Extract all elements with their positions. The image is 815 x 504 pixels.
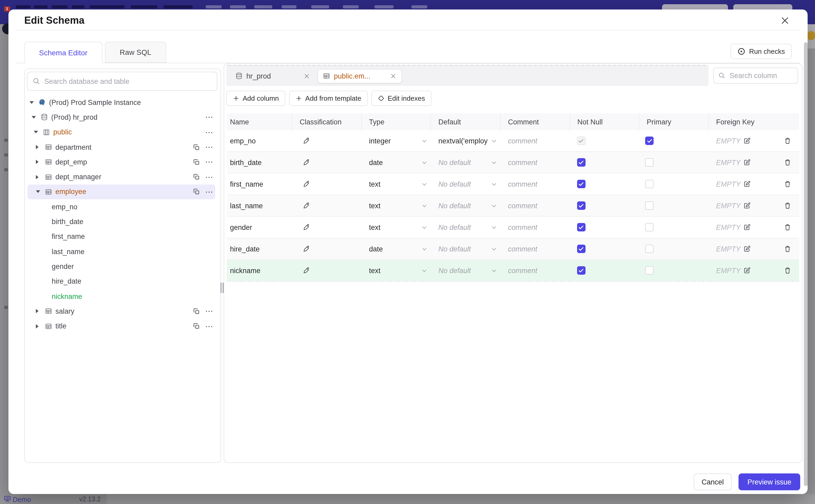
caret-down-icon[interactable] <box>36 191 40 193</box>
caret-slot[interactable] <box>36 175 45 179</box>
delete-column-icon[interactable] <box>776 245 799 253</box>
delete-column-icon[interactable] <box>776 267 799 274</box>
caret-right-icon[interactable] <box>36 309 38 313</box>
close-icon[interactable] <box>780 16 790 25</box>
tree-item-public[interactable]: public⋯ <box>25 125 220 140</box>
comment-input[interactable]: comment <box>501 180 570 188</box>
default-select[interactable]: No default <box>431 266 501 274</box>
not-null-checkbox[interactable] <box>577 180 585 188</box>
column-name[interactable]: hire_date <box>227 245 292 253</box>
more-options-icon[interactable]: ⋯ <box>205 323 214 329</box>
copy-icon[interactable] <box>193 188 200 195</box>
tree-item-dept_manager[interactable]: dept_manager⋯ <box>25 169 220 185</box>
caret-slot[interactable] <box>36 309 45 313</box>
tab-schema-editor[interactable]: Schema Editor <box>24 42 102 63</box>
not-null-checkbox[interactable] <box>577 158 585 167</box>
close-tab-icon[interactable] <box>303 72 310 79</box>
tree-item-gender[interactable]: gender <box>25 259 220 274</box>
column-name[interactable]: emp_no <box>227 137 292 145</box>
tree-item-title[interactable]: title⋯ <box>25 319 220 334</box>
search-column-input[interactable] <box>713 67 798 84</box>
run-checks-button[interactable]: Run checks <box>731 44 792 59</box>
search-database-input[interactable] <box>27 72 217 91</box>
more-options-icon[interactable]: ⋯ <box>205 174 214 180</box>
more-options-icon[interactable]: ⋯ <box>205 189 214 195</box>
editor-tab-public.em...[interactable]: public.em... <box>317 69 402 83</box>
tree-item-employee[interactable]: employee⋯ <box>25 185 220 200</box>
editor-tab-hr_prod[interactable]: hr_prod <box>230 69 315 83</box>
caret-slot[interactable] <box>36 160 45 164</box>
primary-checkbox[interactable] <box>645 201 654 210</box>
more-options-icon[interactable]: ⋯ <box>205 159 214 165</box>
tree-item-hire_date[interactable]: hire_date <box>25 274 220 289</box>
caret-slot[interactable] <box>36 145 45 149</box>
caret-down-icon[interactable] <box>30 101 34 104</box>
dialog-scrollbar[interactable] <box>804 42 807 486</box>
edit-foreign-key-icon[interactable] <box>743 245 751 253</box>
not-null-checkbox[interactable] <box>577 266 585 275</box>
tree-item-first_name[interactable]: first_name <box>25 229 220 244</box>
edit-foreign-key-icon[interactable] <box>743 267 751 274</box>
tree-item-birth_date[interactable]: birth_date <box>25 214 220 229</box>
comment-input[interactable]: comment <box>501 158 570 166</box>
tree-item--prod-prod-sample-instance[interactable]: (Prod) Prod Sample Instance <box>25 95 220 110</box>
classification-cell[interactable] <box>292 159 361 166</box>
type-select[interactable]: date <box>361 158 431 166</box>
close-tab-icon[interactable] <box>390 72 397 79</box>
column-name[interactable]: birth_date <box>227 158 292 166</box>
not-null-checkbox[interactable] <box>577 201 585 210</box>
column-name[interactable]: last_name <box>227 202 292 210</box>
caret-slot[interactable] <box>32 116 41 119</box>
primary-checkbox[interactable] <box>645 158 654 167</box>
default-select[interactable]: nextval('employ <box>431 137 501 145</box>
classification-cell[interactable] <box>292 202 361 209</box>
type-select[interactable]: text <box>361 223 431 231</box>
default-select[interactable]: No default <box>431 180 501 188</box>
primary-checkbox[interactable] <box>645 223 654 231</box>
caret-slot[interactable] <box>36 324 45 328</box>
more-options-icon[interactable]: ⋯ <box>205 115 214 120</box>
delete-column-icon[interactable] <box>776 180 799 188</box>
edit-foreign-key-icon[interactable] <box>743 224 751 231</box>
copy-icon[interactable] <box>193 308 200 315</box>
classification-cell[interactable] <box>292 267 361 274</box>
caret-right-icon[interactable] <box>36 160 38 164</box>
more-options-icon[interactable]: ⋯ <box>205 144 214 150</box>
caret-right-icon[interactable] <box>36 145 38 149</box>
tree-item-department[interactable]: department⋯ <box>25 140 220 155</box>
add-column-button[interactable]: Add column <box>226 91 285 106</box>
tree-item-nickname[interactable]: nickname <box>25 289 220 304</box>
caret-right-icon[interactable] <box>36 324 38 328</box>
column-name[interactable]: nickname <box>227 266 292 274</box>
caret-right-icon[interactable] <box>36 175 38 179</box>
type-select[interactable]: text <box>361 180 431 188</box>
comment-input[interactable]: comment <box>501 137 570 145</box>
type-select[interactable]: text <box>361 266 431 274</box>
edit-foreign-key-icon[interactable] <box>743 180 751 188</box>
primary-checkbox[interactable] <box>645 180 654 188</box>
caret-slot[interactable] <box>30 101 38 104</box>
copy-icon[interactable] <box>193 159 200 166</box>
column-name[interactable]: first_name <box>227 180 292 188</box>
more-options-icon[interactable]: ⋯ <box>205 309 214 314</box>
edit-foreign-key-icon[interactable] <box>743 159 751 166</box>
caret-slot[interactable] <box>34 131 43 133</box>
delete-column-icon[interactable] <box>776 224 799 231</box>
tree-item-salary[interactable]: salary⋯ <box>25 304 220 319</box>
caret-slot[interactable] <box>36 191 45 193</box>
primary-checkbox[interactable] <box>645 245 654 253</box>
primary-checkbox[interactable] <box>645 266 654 275</box>
column-name[interactable]: gender <box>227 223 292 231</box>
comment-input[interactable]: comment <box>501 245 570 253</box>
comment-input[interactable]: comment <box>501 266 570 274</box>
tree-item-dept_emp[interactable]: dept_emp⋯ <box>25 154 220 169</box>
not-null-checkbox[interactable] <box>577 245 585 253</box>
cancel-button[interactable]: Cancel <box>694 473 732 490</box>
delete-column-icon[interactable] <box>776 202 799 209</box>
edit-indexes-button[interactable]: Edit indexes <box>371 91 432 106</box>
tab-raw-sql[interactable]: Raw SQL <box>105 42 166 63</box>
classification-cell[interactable] <box>292 137 361 144</box>
tree-item-last_name[interactable]: last_name <box>25 244 220 259</box>
demo-badge[interactable]: Demo <box>13 496 31 503</box>
default-select[interactable]: No default <box>431 223 501 231</box>
